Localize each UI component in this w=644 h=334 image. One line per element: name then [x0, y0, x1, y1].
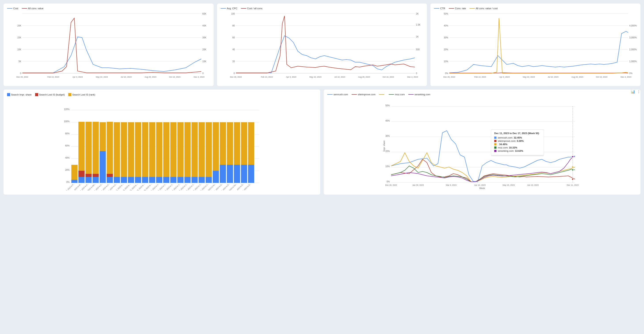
ctr-legend-item: CTR: [434, 7, 445, 10]
lost-budget-legend-swatch: [35, 93, 38, 96]
svg-text:0: 0: [416, 72, 417, 74]
svg-text:1.5K: 1.5K: [416, 23, 420, 26]
allconv-legend-line: [22, 8, 27, 8]
svg-text:30%: 30%: [444, 36, 448, 39]
lost-budget-legend-label: Search Lost IS (budget): [39, 93, 65, 96]
svg-text:20%: 20%: [65, 169, 70, 171]
svg-text:2K: 2K: [416, 12, 419, 15]
allconv-legend-item: All conv. value: [22, 7, 44, 10]
chart-toolbar: 📊 ⋮: [631, 90, 640, 94]
svg-text:0%: 0%: [387, 180, 390, 183]
svg-text:Jul 10, 2023: Jul 10, 2023: [548, 76, 558, 78]
svg-rect-110: [121, 177, 127, 183]
costallconv-legend-item: Cost / all conv.: [241, 7, 263, 10]
svg-rect-97: [86, 177, 92, 183]
svg-text:Dec 11, 2023: Dec 11, 2023: [567, 184, 579, 186]
yellow-legend-line: [379, 94, 384, 95]
svg-rect-116: [142, 177, 148, 183]
svg-text:100: 100: [231, 12, 235, 15]
cpc-conv-svg: 0 20 40 60 80 100 0 500 1K 1.5K 2K: [221, 11, 424, 82]
svg-rect-95: [78, 171, 84, 177]
cost-conv-svg: 0 5K 10K 15K 20K 0 10K 20K 30K 40K 60K: [7, 11, 210, 82]
seranking-legend-line: [408, 94, 414, 95]
cpc-conv-legend: Avg. CPC Cost / all conv.: [221, 7, 424, 10]
svg-rect-111: [121, 122, 127, 177]
svg-text:Apr 3, 2023: Apr 3, 2023: [72, 76, 83, 78]
svg-text:Dec 26, 2022: Dec 26, 2022: [16, 76, 28, 78]
cpc-legend-label: Avg. CPC: [227, 7, 238, 10]
chart-icon[interactable]: 📊: [631, 90, 635, 94]
yellow-legend-item: [379, 94, 385, 95]
top-charts-row: Cost All conv. value 0: [4, 3, 640, 86]
semrush-legend-label: semrush.com: [334, 93, 348, 96]
svg-text:0%: 0%: [630, 72, 633, 74]
svg-text:Feb 13, 2023: Feb 13, 2023: [261, 76, 272, 78]
svg-text:20K: 20K: [202, 48, 206, 51]
svg-rect-118: [149, 177, 155, 183]
svg-point-200: [572, 156, 574, 158]
svg-text:0: 0: [234, 72, 235, 74]
competitors-legend: semrush.com siteimprove.com moz.com sera…: [327, 93, 637, 96]
svg-text:40%: 40%: [65, 157, 70, 159]
svg-text:3,000%: 3,000%: [630, 36, 637, 39]
search-impr-chart-card: Search Impr. share Search Lost IS (budge…: [4, 90, 320, 195]
competitors-chart-area: 0% 10% 20% 30% 40% 50% Impr. share: [327, 97, 637, 191]
svg-rect-94: [78, 177, 84, 183]
semrush-legend-line: [327, 94, 332, 95]
impr-share-legend-label: Search Impr. share: [11, 93, 32, 96]
svg-text:50%: 50%: [386, 104, 390, 107]
svg-rect-117: [142, 122, 148, 177]
cost-conv-chart-card: Cost All conv. value 0: [4, 3, 214, 86]
svg-text:60K: 60K: [202, 12, 206, 15]
cost-legend-line: [7, 8, 12, 8]
svg-rect-122: [163, 177, 170, 183]
moz-legend-label: moz.com: [395, 93, 405, 96]
ctr-conv-chart-area: 0% 10% 20% 30% 40% 50% 0% 1,000% 2,000% …: [434, 11, 637, 82]
svg-text:20K: 20K: [18, 24, 22, 27]
cost-legend-item: Cost: [7, 7, 18, 10]
svg-text:Jul 10, 2023: Jul 10, 2023: [334, 76, 345, 78]
svg-rect-133: [198, 122, 205, 177]
svg-text:40: 40: [232, 48, 235, 51]
svg-text:120%: 120%: [64, 108, 70, 110]
impr-share-legend-swatch: [7, 93, 10, 96]
svg-rect-136: [213, 171, 219, 183]
svg-text:Dec 4, 2023: Dec 4, 2023: [620, 76, 632, 78]
svg-text:60%: 60%: [65, 144, 70, 147]
svg-text:10K: 10K: [202, 60, 206, 63]
svg-rect-96: [78, 122, 84, 171]
lost-rank-legend-label: Search Lost IS (rank): [72, 93, 95, 96]
svg-text:Dec 26, 2022: Dec 26, 2022: [444, 76, 456, 78]
more-icon[interactable]: ⋮: [637, 90, 640, 94]
svg-point-197: [572, 178, 574, 180]
allconv-legend-label: All conv. value: [28, 7, 44, 10]
svg-point-198: [572, 166, 574, 168]
svg-text:Jul 10, 2023: Jul 10, 2023: [121, 76, 132, 78]
moz-legend-item: moz.com: [389, 93, 405, 96]
cpc-legend-line: [221, 8, 226, 8]
search-impr-chart-area: 0% 20% 40% 60% 80% 100% 120%: [7, 98, 317, 191]
svg-rect-143: [234, 122, 240, 165]
svg-rect-100: [92, 177, 99, 183]
svg-rect-145: [241, 122, 247, 165]
svg-text:0%: 0%: [445, 72, 448, 74]
siteimprove-legend-line: [352, 94, 357, 95]
svg-rect-114: [135, 177, 141, 183]
svg-text:May 22, 2023: May 22, 2023: [310, 76, 322, 78]
cost-conv-legend: Cost All conv. value: [7, 7, 210, 10]
svg-text:Oct 16, 2023: Oct 16, 2023: [382, 76, 394, 78]
svg-text:Jan 20, 2023 to F...: Jan 20, 2023 to F...: [63, 183, 75, 191]
seranking-legend-item: seranking.com: [408, 93, 430, 96]
svg-rect-125: [170, 122, 176, 177]
dashboard: Cost All conv. value 0: [4, 3, 640, 195]
svg-text:20%: 20%: [386, 150, 390, 152]
svg-rect-135: [206, 122, 212, 177]
costallconv-legend-label: Cost / all conv.: [247, 7, 263, 10]
svg-text:May 22, 2023: May 22, 2023: [523, 76, 535, 78]
svg-rect-138: [220, 165, 226, 183]
svg-text:80: 80: [232, 24, 235, 27]
svg-text:0: 0: [202, 72, 204, 74]
svg-rect-139: [220, 122, 226, 165]
svg-rect-124: [170, 177, 176, 183]
cpc-legend-item: Avg. CPC: [221, 7, 238, 10]
